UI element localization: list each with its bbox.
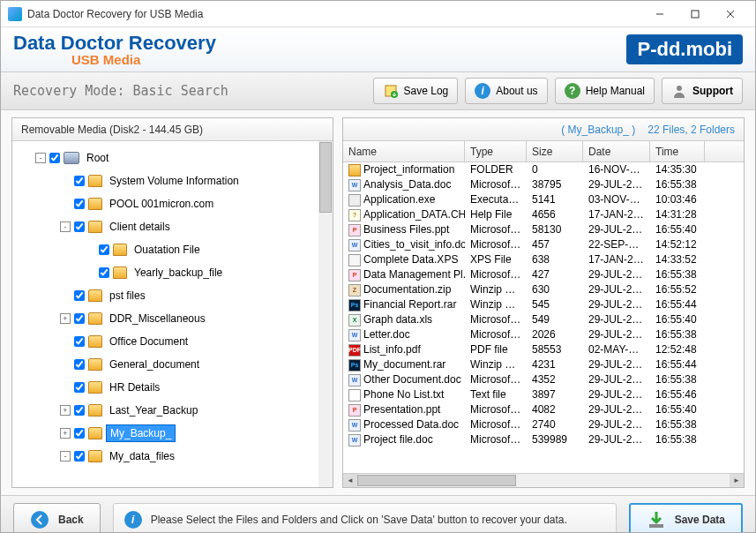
- tree-checkbox[interactable]: [74, 428, 85, 439]
- tree-item[interactable]: pst files: [16, 284, 329, 307]
- scroll-left-arrow[interactable]: ◄: [343, 474, 357, 487]
- file-row[interactable]: WLetter.docMicrosoft...202629-JUL-202316…: [343, 327, 744, 342]
- tree-expander[interactable]: -: [35, 153, 46, 163]
- file-name: Cities_to_visit_info.doc: [363, 237, 465, 252]
- file-list[interactable]: Project_informationFOLDER016-NOV-202414:…: [343, 162, 744, 473]
- selected-folder-label: ( My_Backup_ ): [561, 118, 635, 140]
- file-icon: [348, 194, 361, 206]
- scroll-right-arrow[interactable]: ►: [730, 474, 744, 487]
- file-row[interactable]: Project_informationFOLDER016-NOV-202414:…: [343, 162, 744, 177]
- col-date[interactable]: Date: [583, 141, 650, 161]
- file-row[interactable]: PBusiness Files.pptMicrosoft...5813029-J…: [343, 222, 744, 237]
- info-icon: i: [475, 83, 490, 99]
- tree-item[interactable]: -Client details: [16, 215, 329, 238]
- back-button[interactable]: Back: [13, 503, 101, 534]
- tree-item[interactable]: General_document: [16, 353, 329, 376]
- file-row[interactable]: WOther Document.docMicrosoft...435229-JU…: [343, 372, 744, 387]
- tree-checkbox[interactable]: [74, 451, 85, 462]
- tree-checkbox[interactable]: [74, 176, 85, 186]
- file-row[interactable]: ZDocumentation.zipWinzip File63029-JUL-2…: [343, 282, 744, 297]
- tree-checkbox[interactable]: [74, 199, 85, 209]
- file-row[interactable]: PsFinancial Report.rarWinzip File54529-J…: [343, 297, 744, 312]
- tree-label: Last_Year_Backup: [106, 402, 201, 418]
- tree-expander[interactable]: -: [60, 221, 71, 232]
- file-time: 16:55:38: [650, 372, 705, 387]
- tree-item[interactable]: -My_data_files: [16, 445, 329, 468]
- tree-checkbox[interactable]: [74, 336, 85, 347]
- file-name: Complete Data.XPS: [363, 252, 458, 267]
- file-row[interactable]: WProject file.docMicrosoft...53998929-JU…: [343, 432, 744, 447]
- file-row[interactable]: PsMy_document.rarWinzip File423129-JUL-2…: [343, 357, 744, 372]
- file-type: Microsoft...: [465, 417, 527, 432]
- save-data-label: Save Data: [675, 514, 725, 526]
- file-icon: P: [348, 269, 361, 282]
- tree-label: Client details: [106, 219, 174, 235]
- file-header: ( My_Backup_ ) 22 Files, 2 Folders: [343, 118, 744, 141]
- tree-item[interactable]: HR Details: [16, 376, 329, 399]
- tree-checkbox[interactable]: [74, 405, 85, 416]
- tree-label: My_data_files: [106, 448, 178, 464]
- tree-item[interactable]: +DDR_Miscellaneous: [16, 307, 329, 330]
- tree-checkbox[interactable]: [74, 382, 85, 393]
- tree-checkbox[interactable]: [74, 221, 85, 232]
- hscroll-thumb[interactable]: [357, 475, 516, 486]
- save-data-button[interactable]: Save Data: [629, 503, 743, 534]
- file-row[interactable]: Complete Data.XPSXPS File63817-JAN-20231…: [343, 252, 744, 267]
- file-size: 58553: [527, 342, 583, 357]
- col-time[interactable]: Time: [650, 141, 705, 161]
- support-button[interactable]: Support: [662, 78, 743, 104]
- tree-scrollbar[interactable]: [318, 141, 333, 487]
- file-row[interactable]: WAnalysis_Data.docMicrosoft...3879529-JU…: [343, 177, 744, 192]
- file-icon: PDF: [348, 344, 361, 357]
- tree-scroll-thumb[interactable]: [319, 142, 332, 213]
- tree-expander[interactable]: +: [60, 405, 71, 416]
- file-row[interactable]: XGraph data.xlsMicrosoft...54929-JUL-202…: [343, 312, 744, 327]
- tree-item[interactable]: POOL 001micron.com: [16, 192, 329, 215]
- close-button[interactable]: [713, 4, 748, 25]
- minimize-button[interactable]: [642, 4, 677, 25]
- col-size[interactable]: Size: [527, 141, 583, 161]
- tree-item[interactable]: -Root: [16, 146, 329, 169]
- file-row[interactable]: PData Management Pl...Microsoft...42729-…: [343, 267, 744, 282]
- file-type: Help File: [465, 207, 527, 222]
- tree-item[interactable]: Yearly_backup_file: [16, 261, 329, 284]
- tree-expander[interactable]: +: [60, 313, 71, 324]
- tree-item[interactable]: +Last_Year_Backup: [16, 399, 329, 422]
- save-log-button[interactable]: Save Log: [373, 78, 459, 104]
- col-name[interactable]: Name: [343, 141, 465, 161]
- file-size: 5141: [527, 192, 583, 207]
- file-type: Microsoft...: [465, 312, 527, 327]
- file-row[interactable]: WCities_to_visit_info.docMicrosoft...457…: [343, 237, 744, 252]
- footer-message: i Please Select the Files and Folders an…: [113, 503, 617, 534]
- tree-item[interactable]: Ouatation File: [16, 238, 329, 261]
- folder-tree[interactable]: -RootSystem Volume InformationPOOL 001mi…: [12, 141, 333, 487]
- folder-icon: [88, 404, 102, 417]
- about-button[interactable]: i About us: [465, 78, 547, 104]
- tree-item[interactable]: Office Document: [16, 330, 329, 353]
- tree-checkbox[interactable]: [99, 267, 109, 278]
- file-row[interactable]: PDFList_info.pdfPDF file5855302-MAY-2024…: [343, 342, 744, 357]
- tree-checkbox[interactable]: [74, 313, 85, 324]
- file-row[interactable]: WProcessed Data.docMicrosoft...274029-JU…: [343, 417, 744, 432]
- tree-checkbox[interactable]: [49, 153, 60, 163]
- file-type: Winzip File: [465, 282, 527, 297]
- tree-expander[interactable]: +: [60, 428, 71, 439]
- file-row[interactable]: ?Application_DATA.CHMHelp File465617-JAN…: [343, 207, 744, 222]
- tree-label: My_Backup_: [106, 424, 176, 442]
- tree-checkbox[interactable]: [99, 244, 109, 255]
- tree-item[interactable]: +My_Backup_: [16, 422, 329, 445]
- col-type[interactable]: Type: [465, 141, 527, 161]
- file-row[interactable]: Phone No List.txtText file389729-JUL-202…: [343, 387, 744, 402]
- file-row[interactable]: PPresentation.pptMicrosoft...408229-JUL-…: [343, 402, 744, 417]
- folder-icon: [88, 335, 102, 348]
- tree-expander[interactable]: -: [60, 451, 71, 462]
- help-button[interactable]: ? Help Manual: [555, 78, 655, 104]
- file-size: 539989: [527, 432, 583, 447]
- tree-item[interactable]: System Volume Information: [16, 169, 329, 192]
- tree-checkbox[interactable]: [74, 359, 85, 370]
- tree-checkbox[interactable]: [74, 290, 85, 301]
- file-hscroll[interactable]: ◄ ►: [343, 473, 744, 487]
- tree-expander: [60, 359, 71, 370]
- maximize-button[interactable]: [677, 4, 713, 25]
- file-row[interactable]: Application.exeExecutab...514103-NOV-202…: [343, 192, 744, 207]
